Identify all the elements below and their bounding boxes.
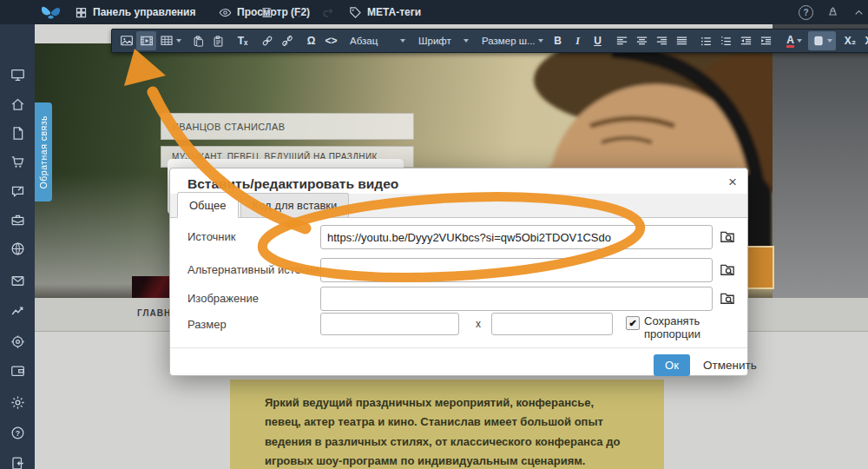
numbered-list-button[interactable] (716, 31, 736, 50)
align-center-icon (635, 35, 648, 48)
sidebar-item-help[interactable]: ? (0, 420, 35, 445)
bullet-list-icon (700, 35, 713, 48)
description-block[interactable]: Яркий ведущий праздничных мероприятий, к… (230, 380, 664, 469)
constrain-checkbox[interactable]: ✔ (626, 316, 640, 330)
clear-formatting-button[interactable]: Tₓ (233, 31, 253, 50)
sidebar-item-pages[interactable] (0, 121, 35, 145)
stats-icon (10, 303, 26, 320)
desktop-icon (10, 67, 26, 83)
italic-button[interactable]: I (568, 31, 588, 50)
indent-button[interactable] (756, 31, 776, 50)
menu-dashboard[interactable]: Панель управления (75, 0, 195, 24)
outdent-icon (740, 35, 753, 48)
menu-meta-tags[interactable]: МЕТА-теги (349, 0, 421, 24)
sidebar-item-billing[interactable] (0, 358, 35, 382)
paste-as-text-button[interactable] (208, 31, 228, 50)
insert-video-dialog: Вставить/редактировать видео × Общее Код… (169, 168, 748, 376)
tab-embed-code[interactable]: Код для вставки (240, 193, 350, 217)
poster-input[interactable] (320, 287, 713, 311)
dialog-tabs: Общее Код для вставки (170, 194, 747, 218)
collapse-topbar-button[interactable] (852, 0, 865, 24)
bold-glyph: B (554, 35, 562, 47)
font-size-select[interactable]: Размер ш... (477, 31, 543, 50)
height-input[interactable] (491, 313, 613, 335)
text-color-button[interactable]: A (780, 31, 808, 50)
insert-link-button[interactable] (257, 31, 277, 50)
cancel-button[interactable]: Отменить (698, 354, 762, 376)
redo-icon (321, 6, 334, 19)
text-color-glyph: A (786, 35, 794, 48)
caret-down-icon (827, 39, 832, 43)
source-code-button[interactable]: <> (321, 31, 341, 50)
sidebar-item-mailing[interactable] (0, 268, 35, 293)
sidebar-item-shop[interactable] (0, 149, 35, 174)
paste-button[interactable] (188, 31, 208, 50)
source-input[interactable] (320, 225, 713, 249)
dashboard-label: Панель управления (93, 6, 195, 18)
hero-name-field[interactable]: ИВАНЦОВ СТАНИСЛАВ (161, 113, 414, 140)
underline-button[interactable]: U (588, 31, 608, 50)
special-char-button[interactable]: Ω (301, 31, 321, 50)
insert-image-button[interactable] (116, 31, 136, 50)
sidebar-item-settings[interactable] (0, 390, 35, 414)
video-icon (140, 34, 154, 48)
sidebar-item-seo[interactable] (0, 329, 35, 353)
tab-general[interactable]: Общее (177, 192, 239, 218)
caret-down-icon (797, 39, 802, 43)
sidebar-item-home[interactable] (0, 92, 35, 116)
dialog-title: Вставить/редактировать видео (187, 176, 398, 192)
browse-alt-source-icon[interactable] (720, 262, 735, 278)
remove-link-button[interactable] (277, 31, 297, 50)
align-center-button[interactable] (632, 31, 652, 50)
sidebar-item-logout[interactable] (0, 451, 35, 469)
undo-icon (292, 6, 305, 19)
subscript-button[interactable]: X₂ (840, 31, 860, 50)
gear-icon (10, 394, 26, 411)
dialog-footer: Ок Отменить (170, 347, 747, 377)
insert-video-button[interactable] (136, 31, 156, 50)
constrain-label: Сохранять пропорции (644, 314, 747, 340)
poster-label: Изображение (187, 287, 259, 311)
align-justify-button[interactable] (672, 31, 692, 50)
cart-icon (10, 154, 26, 170)
underline-glyph: U (594, 35, 602, 47)
table-icon (160, 34, 174, 48)
undo-button[interactable] (292, 0, 305, 24)
bold-button[interactable]: B (548, 31, 568, 50)
sidebar-item-domains[interactable] (0, 236, 35, 261)
superscript-button[interactable]: X² (860, 31, 868, 50)
caret-down-icon (400, 39, 405, 43)
browse-poster-icon[interactable] (720, 291, 735, 307)
caret-down-icon (538, 39, 543, 43)
paragraph-format-select[interactable]: Абзац (345, 31, 410, 50)
browse-source-icon[interactable] (720, 229, 735, 245)
outdent-button[interactable] (736, 31, 756, 50)
italic-glyph: I (575, 35, 580, 48)
highlight-icon (812, 35, 825, 47)
help-button[interactable]: ? (799, 0, 813, 24)
background-color-button[interactable] (808, 31, 836, 50)
left-sidebar: ? (0, 24, 35, 469)
width-input[interactable] (320, 313, 459, 335)
app-logo[interactable] (40, 0, 62, 24)
redo-button[interactable] (321, 0, 334, 24)
sidebar-item-analytics[interactable] (0, 299, 35, 323)
sidebar-item-orders[interactable] (0, 208, 35, 232)
align-right-button[interactable] (652, 31, 672, 50)
insert-table-button[interactable] (156, 31, 184, 50)
feedback-tab[interactable]: Обратная связь (35, 102, 52, 201)
wallet-icon (10, 362, 26, 379)
align-left-button[interactable] (612, 31, 632, 50)
save-icon (260, 6, 273, 19)
sidebar-item-comments[interactable] (0, 179, 35, 203)
publish-button[interactable] (826, 0, 839, 24)
target-icon (10, 334, 26, 350)
bullet-list-button[interactable] (696, 31, 716, 50)
font-family-select[interactable]: Шрифт (414, 31, 473, 50)
paragraph-label: Абзац (350, 36, 378, 46)
close-icon[interactable]: × (728, 174, 737, 191)
sidebar-item-desktop[interactable] (0, 63, 35, 87)
save-button[interactable] (260, 0, 273, 24)
alt-source-input[interactable] (320, 258, 713, 282)
ok-button[interactable]: Ок (654, 354, 690, 376)
